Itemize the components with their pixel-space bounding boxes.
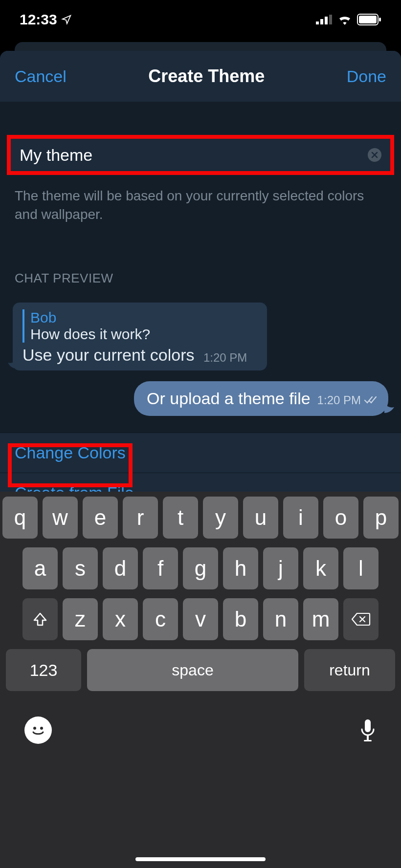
read-checks-icon — [364, 396, 378, 405]
emoji-icon — [28, 720, 48, 740]
key-v[interactable]: v — [183, 598, 218, 640]
keyboard-row: 123 space return — [3, 649, 398, 691]
backspace-icon — [351, 612, 371, 627]
message-incoming: Bob How does it work? Use your current c… — [13, 303, 267, 370]
wifi-icon — [337, 14, 352, 25]
reply-author: Bob — [30, 309, 257, 326]
change-colors-button[interactable]: Change Colors — [0, 433, 401, 473]
svg-rect-3 — [329, 15, 332, 24]
keyboard-bottom-row — [3, 700, 398, 744]
key-a[interactable]: a — [22, 547, 58, 589]
theme-name-input[interactable] — [20, 146, 368, 165]
key-w[interactable]: w — [43, 497, 78, 539]
key-r[interactable]: r — [123, 497, 158, 539]
keyboard-row: z x c v b n m — [3, 598, 398, 640]
location-icon — [61, 14, 72, 25]
status-time-text: 12:33 — [20, 11, 57, 28]
key-l[interactable]: l — [343, 547, 379, 589]
svg-rect-12 — [364, 740, 372, 741]
key-backspace[interactable] — [343, 598, 379, 640]
key-m[interactable]: m — [303, 598, 338, 640]
svg-rect-5 — [359, 16, 377, 23]
key-shift[interactable] — [22, 598, 58, 640]
key-e[interactable]: e — [83, 497, 118, 539]
key-i[interactable]: i — [283, 497, 318, 539]
svg-rect-6 — [379, 18, 381, 22]
key-u[interactable]: u — [243, 497, 278, 539]
key-z[interactable]: z — [63, 598, 98, 640]
message-time: 1:20 PM — [203, 351, 247, 364]
message-body: Or upload a theme file — [147, 389, 311, 408]
svg-point-7 — [28, 720, 48, 740]
key-numbers[interactable]: 123 — [6, 649, 81, 691]
key-y[interactable]: y — [203, 497, 238, 539]
nav-bar: Cancel Create Theme Done — [0, 51, 401, 102]
key-j[interactable]: j — [263, 547, 298, 589]
key-s[interactable]: s — [63, 547, 98, 589]
shift-icon — [32, 611, 48, 627]
message-body: Use your current colors — [22, 346, 194, 364]
key-return[interactable]: return — [304, 649, 395, 691]
svg-rect-2 — [325, 17, 328, 24]
key-o[interactable]: o — [323, 497, 358, 539]
key-t[interactable]: t — [163, 497, 198, 539]
chat-preview-header: CHAT PREVIEW — [0, 224, 401, 294]
reply-text: How does it work? — [30, 326, 257, 343]
svg-rect-1 — [320, 19, 323, 24]
key-p[interactable]: p — [363, 497, 399, 539]
svg-point-9 — [40, 727, 43, 730]
battery-icon — [357, 14, 381, 25]
chat-preview: Bob How does it work? Use your current c… — [0, 294, 401, 427]
svg-point-8 — [33, 727, 36, 730]
message-time: 1:20 PM — [317, 393, 361, 407]
close-icon — [371, 152, 378, 158]
key-b[interactable]: b — [223, 598, 258, 640]
theme-name-row[interactable] — [7, 135, 394, 175]
page-title: Create Theme — [148, 66, 265, 87]
home-indicator[interactable] — [135, 857, 266, 861]
cellular-icon — [316, 15, 333, 24]
key-k[interactable]: k — [303, 547, 338, 589]
key-f[interactable]: f — [143, 547, 178, 589]
keyboard-row: a s d f g h j k l — [3, 547, 398, 589]
key-space[interactable]: space — [87, 649, 298, 691]
microphone-icon — [359, 718, 377, 742]
keyboard: q w e r t y u i o p a s d f g h j k l z … — [0, 492, 401, 868]
helper-text: The theme will be based on your currentl… — [0, 175, 401, 224]
bubble-tail-icon — [8, 360, 17, 369]
key-x[interactable]: x — [103, 598, 138, 640]
key-q[interactable]: q — [2, 497, 38, 539]
message-outgoing: Or upload a theme file 1:20 PM — [134, 381, 388, 416]
key-c[interactable]: c — [143, 598, 178, 640]
reply-quote: Bob How does it work? — [22, 309, 257, 343]
status-time: 12:33 — [20, 11, 72, 28]
key-g[interactable]: g — [183, 547, 218, 589]
svg-rect-0 — [316, 22, 319, 24]
status-bar: 12:33 — [0, 0, 401, 39]
keyboard-row: q w e r t y u i o p — [3, 497, 398, 539]
emoji-button[interactable] — [24, 716, 52, 744]
cancel-button[interactable]: Cancel — [15, 67, 67, 86]
key-n[interactable]: n — [263, 598, 298, 640]
key-d[interactable]: d — [103, 547, 138, 589]
clear-input-button[interactable] — [368, 148, 381, 162]
key-h[interactable]: h — [223, 547, 258, 589]
svg-rect-10 — [365, 719, 371, 732]
bubble-tail-icon — [384, 403, 394, 413]
svg-rect-11 — [367, 735, 369, 740]
done-button[interactable]: Done — [347, 67, 386, 86]
dictation-button[interactable] — [359, 718, 377, 742]
sheet-backdrop — [15, 42, 386, 52]
status-icons — [316, 14, 381, 25]
